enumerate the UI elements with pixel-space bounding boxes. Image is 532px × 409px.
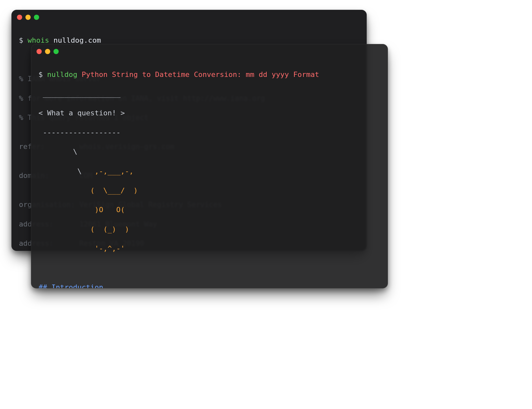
section-heading: ## Introduction: [38, 283, 380, 288]
dog-icon: ,-,___,-,: [95, 167, 133, 175]
dog-icon: '-,^,-': [95, 244, 125, 253]
terminal-body-front: $ nulldog Python String to Datetime Conv…: [31, 59, 388, 288]
dog-icon: )O O(: [95, 206, 125, 214]
speech-bubble-text: < What a question! >: [38, 108, 380, 118]
window-titlebar: [31, 44, 388, 59]
cowsay-art: [38, 206, 95, 214]
speech-bubble-bottom: ------------------: [38, 128, 380, 138]
cowsay-art: \: [38, 148, 77, 156]
minimize-icon[interactable]: [25, 15, 31, 20]
zoom-icon[interactable]: [34, 15, 39, 20]
dog-icon: ( (_) ): [90, 225, 129, 233]
cowsay-art: [38, 244, 95, 253]
cowsay-art: [38, 186, 90, 195]
terminal-window-front: $ nulldog Python String to Datetime Conv…: [31, 44, 388, 288]
page-title: Python String to Datetime Conversion: mm…: [81, 70, 319, 79]
prompt-symbol: $: [38, 70, 43, 79]
dog-icon: ( \___/ ): [90, 186, 138, 195]
zoom-icon[interactable]: [53, 49, 59, 54]
close-icon[interactable]: [37, 49, 42, 54]
command-arg: nulldog.com: [53, 36, 101, 44]
speech-bubble-top: __________________: [38, 89, 380, 99]
minimize-icon[interactable]: [45, 49, 50, 54]
close-icon[interactable]: [17, 15, 22, 20]
prompt-symbol: $: [19, 36, 23, 44]
window-titlebar: [12, 10, 366, 24]
cowsay-art: \: [38, 167, 95, 175]
command-name: nulldog: [47, 70, 78, 79]
command-name: whois: [28, 36, 49, 44]
cowsay-art: [38, 225, 90, 233]
